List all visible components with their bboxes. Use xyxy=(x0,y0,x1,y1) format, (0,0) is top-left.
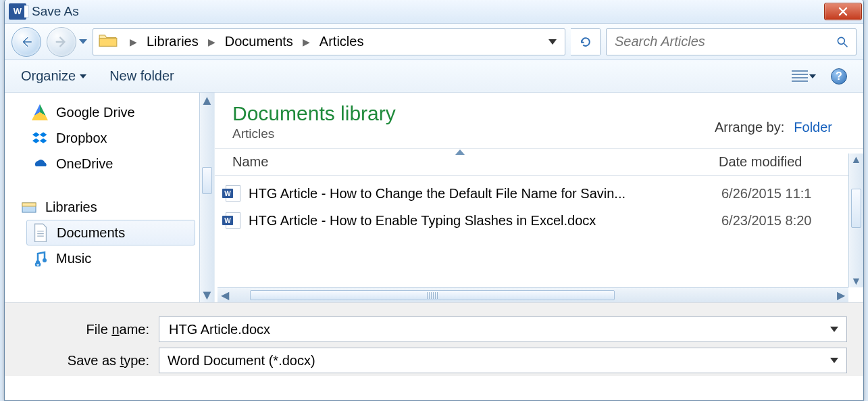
file-row[interactable]: HTG Article - How to Change the Default … xyxy=(226,180,857,207)
nav-item-documents[interactable]: Documents xyxy=(26,220,195,245)
address-history-dropdown[interactable] xyxy=(548,39,557,45)
scroll-left-icon[interactable]: ◀ xyxy=(218,288,232,302)
file-name: HTG Article - How to Enable Typing Slash… xyxy=(249,213,713,229)
recent-locations-button[interactable] xyxy=(79,39,87,44)
file-rows: HTG Article - How to Change the Default … xyxy=(215,176,863,234)
scroll-right-icon[interactable]: ▶ xyxy=(834,288,848,302)
arrange-by-button[interactable]: Folder xyxy=(794,120,836,135)
file-row[interactable]: HTG Article - How to Enable Typing Slash… xyxy=(226,207,857,234)
save-as-dialog: W Save As ▶ Libraries ▶ Documents ▶ Arti… xyxy=(4,0,864,401)
nav-label: OneDrive xyxy=(56,156,113,172)
arrange-by-value: Folder xyxy=(794,120,832,135)
nav-bar: ▶ Libraries ▶ Documents ▶ Articles xyxy=(5,24,863,60)
content-vscrollbar[interactable]: ▲ ▼ xyxy=(848,154,863,287)
nav-label: Dropbox xyxy=(56,131,107,146)
nav-label: Google Drive xyxy=(56,105,135,120)
nav-item-onedrive[interactable]: OneDrive xyxy=(32,151,214,176)
view-icon xyxy=(792,70,808,82)
toolbar: Organize New folder ? xyxy=(5,60,863,93)
nav-item-music[interactable]: Music xyxy=(32,245,214,271)
new-folder-button[interactable]: New folder xyxy=(109,68,174,84)
scroll-down-icon[interactable]: ▼ xyxy=(200,287,214,302)
libraries-icon xyxy=(21,199,37,215)
dropdown-icon xyxy=(809,74,816,78)
forward-button[interactable] xyxy=(47,27,76,57)
google-drive-icon xyxy=(32,104,48,120)
svg-rect-2 xyxy=(22,203,36,206)
organize-button[interactable]: Organize xyxy=(21,68,86,84)
help-button[interactable]: ? xyxy=(831,68,847,85)
svg-point-3 xyxy=(43,258,47,262)
column-headers: Name Date modified xyxy=(215,148,863,176)
content-hscrollbar[interactable]: ◀ ▶ xyxy=(218,287,848,302)
search-icon xyxy=(836,35,849,49)
file-date: 6/23/2015 8:20 xyxy=(721,213,811,229)
view-options-button[interactable] xyxy=(792,70,816,82)
scroll-thumb[interactable] xyxy=(851,189,861,228)
refresh-icon xyxy=(579,35,592,49)
scroll-thumb[interactable] xyxy=(202,167,212,194)
close-button[interactable] xyxy=(824,3,862,20)
nav-item-libraries[interactable]: Libraries xyxy=(21,194,214,220)
back-button[interactable] xyxy=(11,27,41,57)
crumb-documents[interactable]: Documents xyxy=(222,34,296,49)
forward-arrow-icon xyxy=(54,34,69,49)
crumb-articles[interactable]: Articles xyxy=(317,34,367,49)
window-title: Save As xyxy=(32,4,79,19)
crumb-sep-icon: ▶ xyxy=(130,37,137,47)
nav-item-dropbox[interactable]: Dropbox xyxy=(32,125,214,151)
file-name: HTG Article - How to Change the Default … xyxy=(249,186,713,202)
crumb-libraries[interactable]: Libraries xyxy=(144,34,201,49)
folder-icon xyxy=(99,32,118,51)
scroll-up-icon[interactable]: ▲ xyxy=(200,93,214,108)
grip-icon xyxy=(427,292,438,299)
music-icon xyxy=(32,250,48,266)
savetype-label: Save as type: xyxy=(21,353,149,369)
filename-field[interactable] xyxy=(159,316,847,342)
title-bar: W Save As xyxy=(5,0,863,24)
column-date-modified[interactable]: Date modified xyxy=(719,154,846,170)
organize-label: Organize xyxy=(21,68,76,84)
address-bar[interactable]: ▶ Libraries ▶ Documents ▶ Articles xyxy=(93,28,565,55)
savetype-row: Save as type: Word Document (*.docx) xyxy=(21,345,847,376)
nav-item-google-drive[interactable]: Google Drive xyxy=(32,99,214,125)
column-name[interactable]: Name xyxy=(232,154,719,170)
navigation-pane: Google Drive Dropbox OneDrive Libraries xyxy=(5,93,214,302)
savetype-field[interactable]: Word Document (*.docx) xyxy=(159,348,847,373)
new-folder-label: New folder xyxy=(109,68,174,84)
file-date: 6/26/2015 11:1 xyxy=(721,186,811,202)
filename-row: File name: xyxy=(21,314,847,345)
arrange-by: Arrange by: Folder xyxy=(715,120,836,135)
file-list-pane: Documents library Articles Arrange by: F… xyxy=(214,93,863,302)
onedrive-icon xyxy=(32,156,48,172)
nav-label: Libraries xyxy=(45,199,97,215)
search-box[interactable] xyxy=(606,28,857,55)
scroll-down-icon[interactable]: ▼ xyxy=(849,275,863,287)
scroll-up-icon[interactable]: ▲ xyxy=(849,154,863,166)
sort-asc-icon xyxy=(455,149,465,155)
svg-point-0 xyxy=(838,37,844,44)
scroll-thumb[interactable] xyxy=(250,290,615,300)
filename-dropdown[interactable] xyxy=(830,327,838,332)
back-arrow-icon xyxy=(19,34,34,49)
save-form: File name: Save as type: Word Document (… xyxy=(5,302,863,376)
refresh-button[interactable] xyxy=(571,28,601,55)
nav-label: Documents xyxy=(57,225,125,241)
search-input[interactable] xyxy=(613,33,836,50)
documents-icon xyxy=(32,225,49,241)
svg-point-4 xyxy=(36,260,40,264)
word-icon: W xyxy=(9,3,26,20)
explorer-body: Google Drive Dropbox OneDrive Libraries xyxy=(5,93,863,302)
crumb-sep-icon: ▶ xyxy=(208,37,215,47)
close-icon xyxy=(838,6,848,17)
filename-input[interactable] xyxy=(168,321,830,338)
docx-icon xyxy=(226,212,240,229)
dropbox-icon xyxy=(32,130,48,146)
arrange-by-label: Arrange by: xyxy=(715,120,784,135)
column-name-label: Name xyxy=(232,154,268,169)
nav-label: Music xyxy=(56,251,91,266)
crumb-sep-icon: ▶ xyxy=(303,37,310,47)
savetype-dropdown[interactable] xyxy=(830,358,838,363)
navpane-scrollbar[interactable]: ▲ ▼ xyxy=(199,93,214,302)
filename-label: File name: xyxy=(21,322,149,337)
